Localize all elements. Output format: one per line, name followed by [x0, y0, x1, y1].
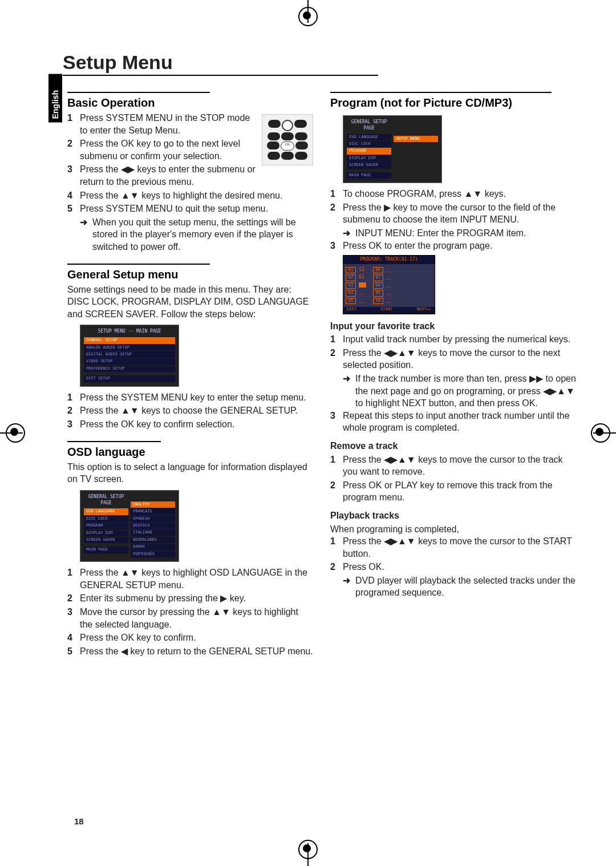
step-text: Input valid track number by pressing the…: [343, 333, 570, 346]
step-text: Press OK or PLAY key to remove this trac…: [343, 479, 576, 504]
right-column: Program (not for Picture CD/MP3) GENERAL…: [330, 82, 576, 658]
registration-mark: [298, 840, 318, 859]
step-text: Press the ▲▼ keys to highlight OSD LANGU…: [80, 566, 313, 591]
step-text: Press the ▲▼ keys to highlight the desir…: [80, 189, 282, 202]
step-text: Repeat this steps to input another track…: [343, 410, 576, 434]
left-column: Basic Operation OK 1Press SYSTEM MENU in…: [67, 82, 313, 658]
screenshot-osd-language: GENERAL SETUP PAGE OSD LANGUAGE DISC LOC…: [80, 490, 179, 563]
intro-text: Some settings need to be made in this me…: [67, 284, 313, 321]
step-text: Press the ◀▶▲▼ keys to move the cursor t…: [343, 347, 576, 371]
step-text: Press the OK key to confirm.: [80, 632, 196, 644]
intro-text: When programing is completed,: [330, 523, 576, 536]
screenshot-program-tracks: PROGRAM: TRACK(01-17) 01 12 02 01 03 ■ 0…: [343, 255, 435, 314]
step-text: Press the ◀▶ keys to enter the submenu o…: [80, 163, 257, 188]
heading-basic-operation: Basic Operation: [67, 92, 210, 111]
step-text: Press the ◀▶▲▼ keys to move the cursor t…: [343, 454, 576, 478]
registration-mark: [298, 7, 318, 26]
page-number: 18: [74, 816, 84, 826]
step-text: Press OK.: [343, 561, 384, 573]
program-steps-cont: 3Press OK to enter the program page.: [330, 240, 576, 252]
step-text: Press the ◀ key to return to the GENERAL…: [80, 645, 313, 658]
step-text: Press the ◀▶▲▼ keys to move the cursor t…: [343, 535, 576, 560]
osd-language-steps: 1Press the ▲▼ keys to highlight OSD LANG…: [67, 566, 313, 657]
screenshot-main-page: SETUP MENU -- MAIN PAGE GENERAL SETUP AN…: [80, 325, 179, 386]
note-text: If the track number is more than ten, pr…: [355, 373, 576, 410]
heading-remove-track: Remove a track: [330, 440, 576, 452]
step-text: Press OK to enter the program page.: [343, 240, 492, 252]
program-steps: 1To choose PROGRAM, press ▲▼ keys. 2Pres…: [330, 188, 576, 226]
step-text: Press the ▲▼ keys to choose the GENERAL …: [80, 404, 298, 417]
intro-text: This option is to select a language for …: [67, 461, 313, 485]
playback-steps: 1Press the ◀▶▲▼ keys to move the cursor …: [330, 535, 576, 573]
heading-osd-language: OSD language: [67, 441, 161, 460]
step-text: Press the OK key to go to the next level…: [80, 137, 257, 162]
language-tab: English: [48, 74, 62, 123]
heading-input-track: Input your favorite track: [330, 320, 576, 333]
note-text: INPUT MENU: Enter the PROGRAM item.: [355, 227, 526, 240]
step-text: Press SYSTEM MENU to quit the setup menu…: [80, 203, 268, 215]
page-title: Setup Menu: [63, 51, 378, 76]
step-text: Press the SYSTEM MENU key to enter the s…: [80, 391, 306, 404]
heading-playback-tracks: Playback tracks: [330, 509, 576, 522]
step-text: Press the OK key to confirm selection.: [80, 418, 234, 431]
registration-mark: [6, 423, 25, 443]
input-track-steps: 1Input valid track number by pressing th…: [330, 333, 576, 371]
input-track-steps-cont: 3Repeat this steps to input another trac…: [330, 410, 576, 434]
step-text: To choose PROGRAM, press ▲▼ keys.: [343, 188, 506, 200]
note-text: When you quit the setup menu, the settin…: [92, 216, 313, 253]
note-text: DVD player will playback the selected tr…: [355, 574, 576, 599]
step-text: Press SYSTEM MENU in the STOP mode to en…: [80, 112, 257, 136]
step-text: Enter its submenu by pressing the ▶ key.: [80, 592, 246, 605]
screenshot-program-menu: GENERAL SETUP PAGE OSD LANGUAGE DISC LOC…: [343, 115, 442, 183]
remote-diagram: OK: [262, 114, 313, 165]
step-text: Press the ▶ key to move the cursor to th…: [343, 201, 576, 226]
step-text: Move the cursor by pressing the ▲▼ keys …: [80, 606, 313, 630]
general-setup-steps: 1Press the SYSTEM MENU key to enter the …: [67, 391, 313, 431]
remove-track-steps: 1Press the ◀▶▲▼ keys to move the cursor …: [330, 454, 576, 504]
heading-general-setup: General Setup menu: [67, 264, 210, 282]
registration-mark: [591, 423, 610, 443]
heading-program: Program (not for Picture CD/MP3): [330, 92, 552, 111]
